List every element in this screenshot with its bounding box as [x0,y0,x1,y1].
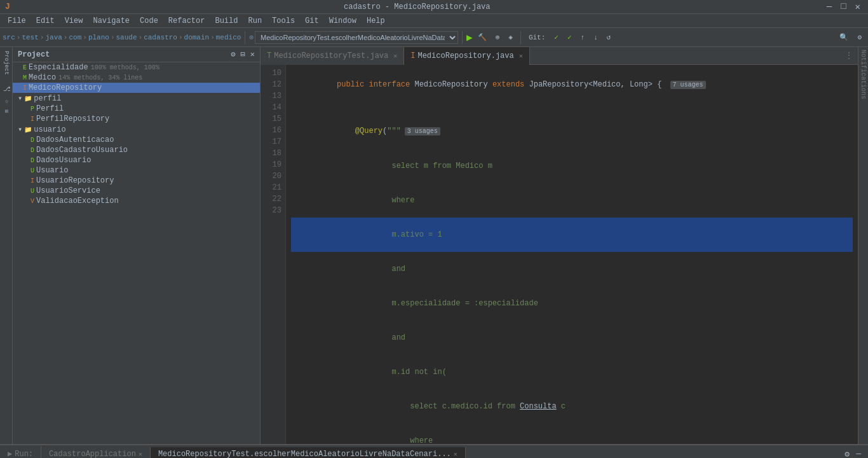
close-button[interactable]: ✕ [853,1,863,12]
tree-label-dadoscadastro: DadosCadastroUsuario [36,146,128,155]
folder-icon-usuario: 📁 [24,126,32,134]
line-num-22: 22 [264,193,281,205]
editor-area: T MedicoRepositoryTest.java ✕ I MedicoRe… [261,47,858,444]
tree-item-perfil-folder[interactable]: ▾ 📁 perfil [13,93,260,104]
tab-more-button[interactable]: ⋮ [840,51,858,60]
menu-edit[interactable]: Edit [31,15,60,27]
code-line-21: select c.medico.id from Consulta c [291,389,853,424]
collapse-icon[interactable]: ⊟ [241,50,245,59]
menu-navigate[interactable]: Navigate [88,15,135,27]
breadcrumb-src[interactable]: src [3,34,15,41]
bookmarks-icon[interactable]: ☆ [1,96,11,106]
tree-item-dadoscadastro[interactable]: D DadosCadastroUsuario [13,145,260,155]
left-sidebar-icons: Project ⎇ ☆ ≡ [0,47,13,444]
build-button[interactable]: 🔨 [474,32,491,43]
code-editor: 10 12 13 14 15 16 17 18 19 20 21 22 23 p… [261,65,858,444]
bottom-panel: ▶ Run: CadastroApplication ✕ MedicoRepos… [0,444,868,458]
tab-medicorepo[interactable]: I MedicoRepository.java ✕ [404,47,529,65]
tree-label-medico: Medico [29,73,56,82]
line-num-18: 18 [264,148,281,159]
git-push[interactable]: ↑ [577,32,589,43]
coverage-button[interactable]: ⊕ [492,32,504,43]
tree-item-dadosauth[interactable]: D DadosAutenticacao [13,135,260,145]
menu-view[interactable]: View [60,15,88,27]
run-config-dropdown[interactable]: MedicoRepositoryTest.escolherMedicoAleat… [255,31,458,44]
kw-extends: extends [492,80,529,89]
bottom-minimize-icon[interactable]: — [854,449,863,458]
title-bar: J cadastro - MedicoRepository.java — □ ✕ [0,0,868,14]
gear-icon[interactable]: ⚙ [231,50,235,59]
sql-and-2: and [391,333,405,342]
breadcrumb-com[interactable]: com [69,34,81,41]
menu-window[interactable]: Window [324,15,362,27]
run-button[interactable]: ▶ [466,31,473,44]
tree-item-dadosusuario[interactable]: D DadosUsuario [13,155,260,165]
settings-button[interactable]: ⚙ [853,32,865,43]
line-num-17: 17 [264,136,281,148]
git-check2[interactable]: ✓ [564,32,576,43]
menu-file[interactable]: File [3,15,31,27]
close-panel-icon[interactable]: ✕ [250,50,255,59]
structure-icon[interactable]: ≡ [1,108,11,114]
breadcrumb-domain[interactable]: domain [184,34,210,41]
breadcrumb-plano[interactable]: plano [88,34,109,41]
bottom-tab-medicotest-close[interactable]: ✕ [454,450,458,458]
sidebar-project-icon[interactable]: Project [2,50,11,76]
menu-help[interactable]: Help [362,15,390,27]
menu-refactor[interactable]: Refactor [163,15,210,27]
tree-item-usuario-class[interactable]: U Usuario [13,165,260,176]
commit-icon[interactable]: ⎇ [1,84,11,94]
code-line-16: m.ativo = 1 [291,218,853,252]
tree-label-usuario-class: Usuario [36,166,68,175]
line-num-16: 16 [264,125,281,136]
breadcrumb-cadastro[interactable]: cadastro [144,34,177,41]
menu-git[interactable]: Git [300,15,324,27]
git-pull[interactable]: ↓ [590,32,602,43]
bottom-settings-icon[interactable]: ⚙ [843,449,851,459]
tab-medicorepotest[interactable]: T MedicoRepositoryTest.java ✕ [261,47,404,65]
tree-item-medico[interactable]: M Medico 14% methods, 34% lines [13,73,260,83]
tree-item-perfilrepo[interactable]: I PerfilRepository [13,114,260,124]
tree-item-especialidade[interactable]: E Especialidade 100% methods, 100% [13,62,260,73]
tree-label-validacaoexc: ValidacaoException [36,197,119,205]
interface-icon-perfilrepo: I [31,116,34,123]
separator-2 [462,31,463,44]
maximize-button[interactable]: □ [838,1,848,12]
tab-close-medicorepo[interactable]: ✕ [519,52,523,60]
tree-item-validacaoexc[interactable]: V ValidacaoException [13,196,260,206]
notifications-label[interactable]: Notifications [858,47,868,102]
menu-tools[interactable]: Tools [267,15,300,27]
bottom-tab-cadastro-close[interactable]: ✕ [139,450,142,458]
main-area: Project ⎇ ☆ ≡ Project ⚙ ⊟ ✕ E Especialid… [0,47,868,444]
sql-consulta: Consulta [520,402,557,411]
breadcrumb-test[interactable]: test [22,34,38,41]
menu-run[interactable]: Run [243,15,267,27]
breadcrumb-java[interactable]: java [45,34,62,41]
tab-close-medicorepotest[interactable]: ✕ [393,52,397,60]
bottom-tab-cadastro[interactable]: CadastroApplication ✕ [41,447,151,459]
folder-icon-perfil: 📁 [24,95,32,102]
bottom-tab-run[interactable]: ▶ Run: [0,447,41,458]
bottom-tab-medicotest[interactable]: MedicoRepositoryTest.escolherMedicoAleat… [151,447,466,459]
code-content[interactable]: public interface MedicoRepository extend… [286,65,858,444]
menu-build[interactable]: Build [210,15,243,27]
generics: <Medico, Long> { [588,80,666,89]
tree-item-medicorepo[interactable]: I MedicoRepository [13,83,260,93]
menu-code[interactable]: Code [135,15,163,27]
tree-item-usuarioservice[interactable]: U UsuarioService [13,186,260,196]
tree-item-perfil[interactable]: P Perfil [13,104,260,114]
tree-item-usuariorepo[interactable]: I UsuarioRepository [13,176,260,186]
breadcrumb-medico[interactable]: medico [216,34,241,41]
interface-icon-usuariorepo: I [31,177,34,184]
git-check1[interactable]: ✓ [550,32,562,43]
minimize-button[interactable]: — [824,1,834,12]
breadcrumb-saude[interactable]: saude [116,34,137,41]
git-history[interactable]: ↺ [603,32,615,43]
search-button[interactable]: 🔍 [836,32,852,43]
bottom-tab-actions: ⚙ — [843,449,868,459]
tree-label-perfilrepo: PerfilRepository [36,114,109,123]
class-icon-perfil: P [31,106,34,113]
tree-label-medicorepo: MedicoRepository [29,83,102,92]
tree-item-usuario-folder[interactable]: ▾ 📁 usuario [13,124,260,135]
profile-button[interactable]: ◈ [505,32,517,43]
